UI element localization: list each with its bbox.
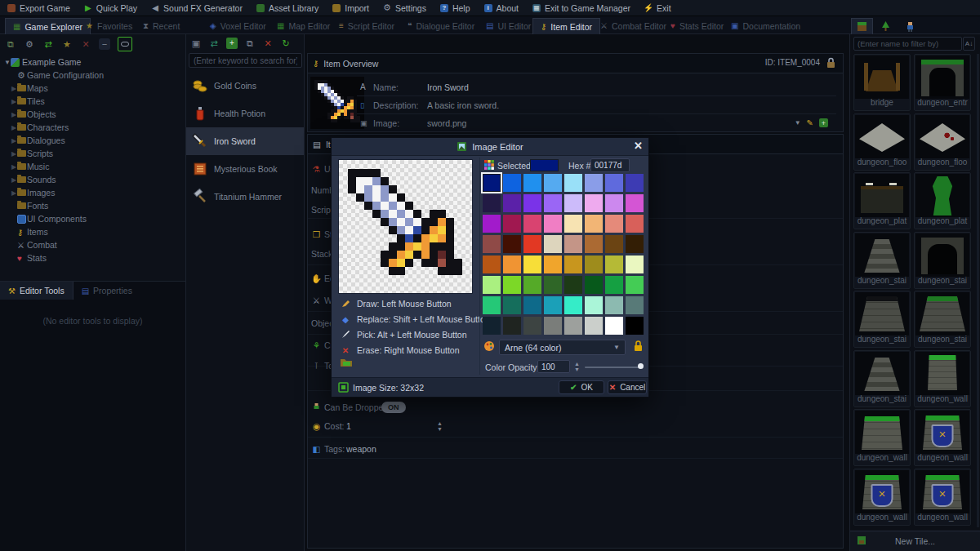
- tree-item-objects[interactable]: ▶Objects: [0, 108, 185, 121]
- palette-color[interactable]: [564, 194, 582, 212]
- palette-color[interactable]: [503, 296, 521, 314]
- item-name-value[interactable]: Iron Sword: [427, 82, 469, 92]
- item-search-input[interactable]: [189, 53, 302, 68]
- favorite-star-icon[interactable]: ★: [61, 38, 73, 50]
- tile-filter-input[interactable]: [853, 37, 962, 51]
- lock-icon[interactable]: [633, 340, 644, 353]
- palette-color[interactable]: [564, 317, 582, 335]
- tab-editor-tools[interactable]: ⚒Editor Tools: [0, 282, 74, 300]
- tree-item-music[interactable]: ▶Music: [0, 160, 185, 173]
- tile-card-dungeon-wall-narrow[interactable]: dungeon_wall: [914, 350, 971, 407]
- tile-card-dungeon-wall-shield[interactable]: dungeon_wall: [914, 409, 971, 466]
- tab-favorites[interactable]: ★Favorites: [78, 18, 140, 34]
- palette-color[interactable]: [544, 215, 562, 233]
- palette-color[interactable]: [585, 235, 603, 253]
- tree-item-images[interactable]: ▶Images: [0, 186, 185, 199]
- duplicate-icon[interactable]: ⧉: [244, 38, 256, 49]
- palette-color[interactable]: [523, 215, 541, 233]
- tab-documentation[interactable]: ▣Documentation: [724, 18, 808, 34]
- add-icon[interactable]: +: [226, 38, 238, 49]
- collapse-icon[interactable]: −: [99, 38, 110, 50]
- palette-color[interactable]: [626, 215, 644, 233]
- menu-about[interactable]: iAbout: [484, 3, 519, 13]
- tree-item-fonts[interactable]: Fonts: [0, 199, 185, 212]
- tree-item-items[interactable]: ⚷Items: [0, 225, 185, 238]
- item-image-value[interactable]: sword.png: [427, 118, 466, 128]
- add-image-icon[interactable]: +: [819, 118, 828, 127]
- list-item-mysterious-book[interactable]: Mysterious Book: [186, 155, 304, 183]
- palette-color[interactable]: [503, 317, 521, 335]
- palette-color[interactable]: [483, 317, 501, 335]
- tree-item-stats[interactable]: ♥Stats: [0, 251, 185, 264]
- close-icon[interactable]: ✕: [634, 140, 643, 152]
- chevron-down-icon[interactable]: ▼: [795, 119, 801, 127]
- menu-export-game[interactable]: Export Game: [7, 3, 70, 13]
- palette-color[interactable]: [585, 296, 603, 314]
- tile-card-dungeon-stairs-wall[interactable]: dungeon_stai: [853, 291, 911, 348]
- opacity-slider-knob[interactable]: [638, 363, 644, 369]
- tree-item-tiles[interactable]: ▶Tiles: [0, 95, 185, 108]
- palette-color[interactable]: [564, 296, 582, 314]
- cancel-button[interactable]: ✕Cancel: [608, 380, 647, 394]
- palette-color[interactable]: [523, 235, 541, 253]
- palette-color[interactable]: [483, 256, 501, 273]
- palette-color[interactable]: [483, 174, 501, 192]
- palette-color[interactable]: [523, 296, 541, 314]
- palette-color[interactable]: [523, 174, 541, 192]
- tree-item-example-game[interactable]: ▼Example Game: [0, 56, 185, 69]
- lock-icon[interactable]: [826, 57, 836, 69]
- palette-color[interactable]: [544, 317, 562, 335]
- tree-item-maps[interactable]: ▶Maps: [0, 82, 185, 95]
- palette-select[interactable]: Arne (64 color)▼: [499, 340, 626, 355]
- palette-color[interactable]: [626, 317, 644, 335]
- palette-color[interactable]: [483, 194, 501, 212]
- palette-color[interactable]: [605, 317, 623, 335]
- menu-sound-fx[interactable]: ◀Sound FX Generator: [151, 3, 243, 13]
- palette-color[interactable]: [564, 256, 582, 273]
- tree-item-sounds[interactable]: ▶Sounds: [0, 173, 185, 186]
- tab-voxel-editor[interactable]: ◈Voxel Editor: [203, 18, 274, 34]
- reload-icon[interactable]: ↻: [280, 38, 292, 49]
- palette-color[interactable]: [503, 194, 521, 212]
- palette-color[interactable]: [523, 256, 541, 273]
- opacity-slider-track[interactable]: [585, 367, 642, 368]
- opacity-stepper[interactable]: ▲▼: [574, 361, 580, 372]
- palette-color[interactable]: [503, 215, 521, 233]
- tab-objects-browser[interactable]: [875, 18, 896, 34]
- tab-script-editor[interactable]: ≡Script Editor: [332, 18, 402, 34]
- list-item-health-potion[interactable]: Health Potion: [186, 100, 304, 127]
- list-item-gold-coins[interactable]: Gold Coins: [186, 72, 304, 100]
- palette-color[interactable]: [523, 317, 541, 335]
- menu-asset-library[interactable]: Asset Library: [256, 3, 318, 13]
- tile-card-dungeon-wall-shield-2[interactable]: dungeon_wall: [853, 469, 911, 526]
- on-toggle[interactable]: ON: [381, 402, 406, 413]
- palette-color[interactable]: [544, 174, 562, 192]
- palette-color[interactable]: [585, 256, 603, 273]
- tags-value[interactable]: weapon: [346, 444, 376, 454]
- tree-item-characters[interactable]: ▶Characters: [0, 121, 185, 134]
- palette-color[interactable]: [605, 194, 623, 212]
- palette-color[interactable]: [483, 235, 501, 253]
- palette-color[interactable]: [564, 174, 582, 192]
- delete-x-icon[interactable]: ✕: [80, 38, 91, 50]
- tile-card-bridge[interactable]: bridge: [853, 54, 911, 111]
- opacity-input[interactable]: [537, 360, 570, 373]
- palette-color[interactable]: [564, 276, 582, 294]
- palette-color[interactable]: [585, 215, 603, 233]
- palette-color[interactable]: [564, 235, 582, 253]
- palette-color[interactable]: [626, 174, 644, 192]
- palette-color[interactable]: [585, 194, 603, 212]
- gear-icon[interactable]: ⚙: [24, 38, 35, 50]
- tile-card-dungeon-platform-moss[interactable]: dungeon_plat: [914, 172, 971, 229]
- import-export-icon[interactable]: ⧉: [5, 38, 16, 50]
- refresh-icon[interactable]: ⇄: [42, 38, 54, 50]
- tab-tiles-browser[interactable]: [851, 18, 873, 34]
- palette-color[interactable]: [605, 296, 623, 314]
- palette-color[interactable]: [626, 235, 644, 253]
- palette-color[interactable]: [503, 256, 521, 273]
- menu-exit-to-manager[interactable]: ▦Exit to Game Manager: [532, 3, 630, 13]
- tile-card-dungeon-wall-shield-3[interactable]: dungeon_wall: [914, 469, 971, 526]
- tab-map-editor[interactable]: ▦Map Editor: [270, 18, 337, 34]
- tile-card-dungeon-floor[interactable]: dungeon_floo: [853, 113, 911, 171]
- menu-settings[interactable]: ⚙Settings: [383, 3, 426, 13]
